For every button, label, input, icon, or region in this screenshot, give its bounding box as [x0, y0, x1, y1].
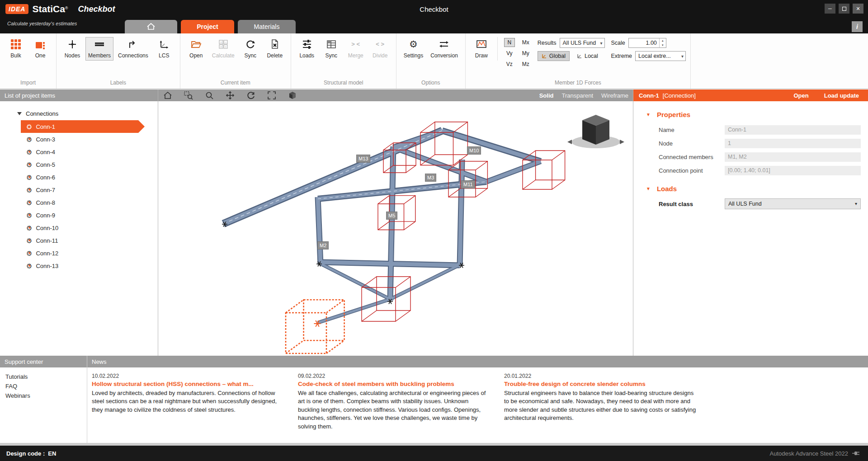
loads-section-title: Loads — [657, 185, 677, 193]
tree-root-connections[interactable]: Connections — [0, 108, 158, 119]
group-label-options: Options — [401, 77, 461, 89]
sync-model-button[interactable]: Sync — [320, 37, 343, 61]
toggle-My[interactable]: My — [520, 49, 531, 58]
tree-item-conn-12[interactable]: ⚙Conn-12 — [21, 247, 145, 259]
svg-text:−: − — [224, 40, 226, 44]
pan-icon[interactable] — [225, 90, 235, 100]
members-button[interactable]: Members — [85, 37, 113, 61]
news-article: 20.01.2022 Trouble-free design of concre… — [504, 373, 698, 431]
node-value[interactable]: 1 — [725, 139, 861, 148]
maximize-button[interactable] — [839, 4, 849, 14]
member-label[interactable]: M11 — [461, 180, 475, 188]
conversion-button[interactable]: Conversion — [428, 37, 461, 61]
bulk-import-icon — [10, 39, 21, 50]
loads-button[interactable]: Loads — [296, 37, 318, 61]
tree-item-conn-6[interactable]: ⚙Conn-6 — [21, 171, 145, 183]
global-button[interactable]: Global — [538, 51, 570, 61]
one-import-button[interactable]: One — [29, 37, 52, 61]
zoom-icon[interactable] — [204, 90, 214, 100]
spinner-down-icon[interactable]: ▼ — [660, 43, 666, 47]
minimize-button[interactable]: ─ — [825, 4, 835, 14]
render-box-icon[interactable] — [288, 90, 297, 100]
toggle-Mx[interactable]: Mx — [520, 38, 531, 47]
draw-diagram-icon — [476, 39, 487, 50]
nodes-button[interactable]: Nodes — [61, 37, 84, 61]
gear-icon: ⚙ — [26, 136, 32, 143]
toggle-Vy[interactable]: Vy — [504, 49, 515, 58]
link-faq[interactable]: FAQ — [5, 382, 81, 390]
tree-item-conn-13[interactable]: ⚙Conn-13 — [21, 259, 145, 272]
news-header: News — [87, 356, 868, 367]
connected-members-value[interactable]: M1, M2 — [725, 152, 861, 162]
open-item-button[interactable]: Open — [185, 37, 208, 61]
article-title-link[interactable]: Code-check of steel members with bucklin… — [298, 381, 491, 387]
local-button[interactable]: Local — [573, 51, 602, 61]
tree-item-conn-9[interactable]: ⚙Conn-9 — [21, 209, 145, 221]
project-items-header: List of project items — [0, 89, 158, 101]
sync-icon — [245, 39, 256, 50]
properties-section-title: Properties — [657, 111, 690, 118]
connection-point-value[interactable]: [0.00; 1.40; 0.01] — [725, 166, 861, 175]
draw-forces-button[interactable]: Draw — [470, 37, 493, 61]
tree-item-conn-11[interactable]: ⚙Conn-11 — [21, 234, 145, 247]
member-label[interactable]: M3 — [425, 174, 436, 182]
tree-item-conn-5[interactable]: ⚙Conn-5 — [21, 158, 145, 171]
toggle-N[interactable]: N — [504, 38, 515, 47]
lcs-button[interactable]: LCS — [153, 37, 175, 61]
info-button[interactable]: i — [852, 21, 863, 32]
tree-item-conn-8[interactable]: ⚙Conn-8 — [21, 196, 145, 209]
navigation-cube — [567, 115, 624, 148]
mode-transparent[interactable]: Transparent — [561, 92, 593, 99]
results-select[interactable]: All ULS Fund ▾ — [560, 38, 605, 48]
member-label[interactable]: M13 — [356, 155, 370, 163]
bulk-import-button[interactable]: Bulk — [5, 37, 27, 61]
collapse-loads-icon[interactable]: ▼ — [646, 186, 651, 191]
mode-solid[interactable]: Solid — [539, 92, 554, 99]
tab-project[interactable]: Project — [181, 20, 234, 33]
link-tutorials[interactable]: Tutorials — [5, 373, 81, 381]
member-label[interactable]: M5 — [386, 212, 397, 220]
settings-button[interactable]: ⚙ Settings — [401, 37, 426, 61]
member-label[interactable]: M10 — [467, 146, 481, 155]
mode-wireframe[interactable]: Wireframe — [601, 92, 628, 99]
scale-input[interactable]: 1.00 ▲ ▼ — [628, 38, 666, 48]
name-value[interactable]: Conn-1 — [725, 125, 861, 135]
article-title-link[interactable]: Hollow structural section (HSS) connecti… — [92, 381, 285, 387]
rotate-icon[interactable] — [246, 90, 256, 100]
expander-icon[interactable] — [17, 112, 22, 115]
view-home-icon[interactable] — [163, 90, 173, 100]
selected-connection-cube — [286, 300, 344, 353]
tab-home[interactable] — [125, 20, 177, 33]
fit-view-icon[interactable] — [267, 90, 277, 100]
result-class-select[interactable]: All ULS Fund ▾ — [725, 198, 861, 209]
tree-item-conn-1[interactable]: ⚙ Conn-1 — [21, 120, 145, 133]
design-code-label: Design code : — [6, 450, 45, 457]
calculate-button[interactable]: +−×= Calculate — [209, 37, 237, 61]
link-webinars[interactable]: Webinars — [5, 392, 81, 400]
open-connection-button[interactable]: Open — [793, 92, 808, 99]
toggle-Vz[interactable]: Vz — [504, 60, 515, 69]
extreme-select[interactable]: Local extre... ▾ — [635, 51, 686, 61]
collapse-properties-icon[interactable]: ▼ — [646, 112, 651, 117]
close-button[interactable]: ✕ — [853, 4, 863, 14]
merge-button[interactable]: > < Merge — [344, 37, 367, 61]
tree-item-conn-3[interactable]: ⚙Conn-3 — [21, 133, 145, 146]
delete-item-button[interactable]: Delete — [264, 37, 286, 61]
member-label[interactable]: M2 — [317, 241, 329, 249]
zoom-window-icon[interactable] — [184, 90, 193, 100]
ribbon-group-labels: Nodes Members Connections LCS Labels — [57, 33, 180, 89]
connections-button[interactable]: Connections — [115, 37, 151, 61]
sync-item-button[interactable]: Sync — [239, 37, 262, 61]
load-update-button[interactable]: Load update — [824, 92, 859, 99]
tree-item-conn-10[interactable]: ⚙Conn-10 — [21, 221, 145, 234]
toggle-Mz[interactable]: Mz — [520, 60, 531, 69]
tab-materials[interactable]: Materials — [238, 20, 296, 33]
tree-item-conn-7[interactable]: ⚙Conn-7 — [21, 183, 145, 196]
info-icon: i — [856, 23, 858, 30]
divide-button[interactable]: < > Divide — [369, 37, 392, 61]
tree-item-conn-4[interactable]: ⚙Conn-4 — [21, 146, 145, 158]
svg-text:=: = — [224, 45, 226, 49]
model-canvas[interactable]: M13 M10 M3 M11 M5 M2 — [158, 101, 633, 356]
spinner-up-icon[interactable]: ▲ — [660, 38, 666, 43]
article-title-link[interactable]: Trouble-free design of concrete slender … — [504, 381, 698, 387]
